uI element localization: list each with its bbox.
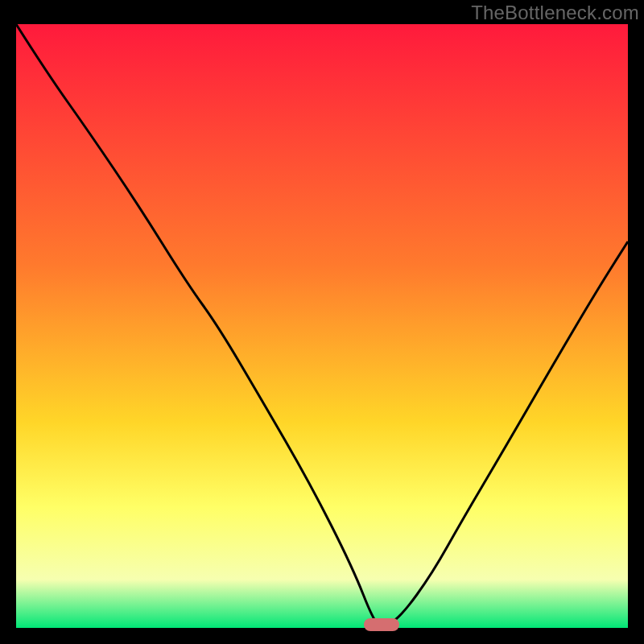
plot-svg (0, 0, 644, 644)
plot-frame-edge (0, 628, 644, 644)
plot-frame-edge (0, 0, 16, 644)
watermark-label: TheBottleneck.com (471, 2, 639, 24)
plot-frame-edge (628, 0, 644, 644)
chart-frame: TheBottleneck.com (0, 0, 644, 644)
optimum-marker (364, 618, 399, 631)
plot-heat-background (16, 24, 628, 628)
